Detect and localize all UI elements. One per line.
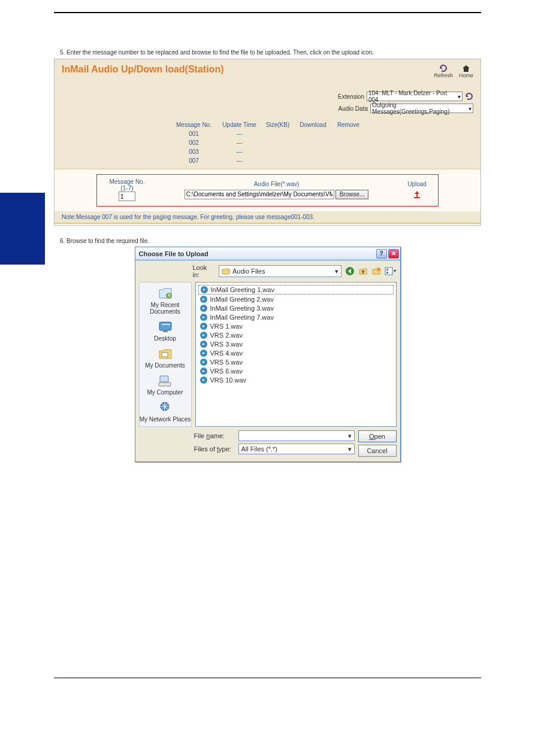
- svg-rect-9: [162, 353, 168, 357]
- file-item[interactable]: VRS 3.wav: [198, 340, 394, 348]
- svg-rect-0: [414, 197, 420, 198]
- row-size: [263, 130, 293, 137]
- row-remove: [334, 157, 364, 164]
- row-remove: [334, 139, 364, 146]
- close-button[interactable]: ✕: [388, 249, 399, 259]
- place-label: My Computer: [147, 389, 183, 396]
- network-icon: [156, 400, 173, 415]
- file-item[interactable]: InMail Greeting 3.wav: [198, 304, 394, 312]
- file-name: VRS 5.wav: [210, 359, 243, 366]
- refresh-small-icon[interactable]: [465, 92, 473, 101]
- message-row: 007 ---: [55, 156, 480, 169]
- col-size: Size(KB): [263, 122, 293, 128]
- audio-file-icon: [200, 349, 208, 357]
- extension-dropdown[interactable]: 104: MLT - Mark Delzer - Port 004 ▾: [367, 92, 463, 101]
- message-row: 002 ---: [55, 138, 480, 147]
- row-download: [295, 139, 331, 146]
- file-type-label: Files of type:: [194, 445, 235, 453]
- row-download: [295, 157, 331, 164]
- look-in-dropdown[interactable]: Audio Files ▾: [219, 265, 341, 277]
- svg-rect-8: [163, 330, 168, 332]
- home-button[interactable]: Home: [459, 64, 473, 78]
- audio-file-icon: [200, 331, 208, 339]
- look-in-label: Look in:: [193, 264, 215, 278]
- msg-no-label: Message No.: [110, 178, 145, 185]
- file-name: VRS 4.wav: [210, 350, 243, 357]
- place-mydocs[interactable]: My Documents: [145, 347, 185, 369]
- file-item[interactable]: InMail Greeting 7.wav: [198, 313, 394, 321]
- file-item[interactable]: VRS 6.wav: [198, 367, 394, 375]
- new-folder-icon[interactable]: [371, 266, 381, 276]
- file-type-dropdown[interactable]: All Files (*.*) ▾: [238, 444, 355, 454]
- row-download: [295, 130, 331, 137]
- file-item[interactable]: InMail Greeting 2.wav: [198, 295, 394, 303]
- msg-no-input[interactable]: [119, 192, 135, 201]
- extension-label: Extension: [338, 93, 364, 100]
- chevron-down-icon: ▾: [348, 432, 352, 440]
- home-icon: [461, 64, 471, 72]
- audio-file-icon: [200, 286, 208, 294]
- place-label: My Recent Documents: [140, 302, 191, 315]
- row-remove: [334, 130, 364, 137]
- panel-footer-rule: [55, 223, 480, 225]
- svg-point-2: [377, 268, 380, 271]
- views-icon[interactable]: [385, 266, 397, 276]
- place-desktop[interactable]: Desktop: [154, 320, 176, 342]
- audio-file-icon: [200, 313, 208, 321]
- upload-label: Upload: [407, 181, 427, 187]
- open-button[interactable]: Open: [358, 430, 397, 442]
- file-name: InMail Greeting 1.wav: [211, 286, 274, 293]
- svg-rect-3: [385, 268, 392, 275]
- row-msgno: 002: [172, 139, 216, 146]
- note-text: Note:Message 007 is used for the paging …: [55, 211, 480, 223]
- place-recent[interactable]: My Recent Documents: [140, 286, 191, 315]
- cancel-button[interactable]: Cancel: [358, 445, 397, 457]
- file-item[interactable]: InMail Greeting 1.wav: [198, 285, 394, 294]
- file-item[interactable]: VRS 5.wav: [198, 358, 394, 366]
- row-download: [295, 148, 331, 155]
- svg-rect-4: [386, 269, 388, 271]
- row-time: ---: [219, 148, 261, 155]
- file-dialog: Choose File to Upload ? ✕ Look in: Audio…: [135, 247, 401, 462]
- file-list[interactable]: InMail Greeting 1.wav InMail Greeting 2.…: [195, 282, 397, 427]
- row-time: ---: [219, 139, 261, 146]
- svg-rect-7: [159, 322, 171, 330]
- browse-button[interactable]: Browse...: [335, 190, 369, 199]
- svg-rect-5: [386, 272, 388, 274]
- file-item[interactable]: VRS 4.wav: [198, 349, 394, 357]
- upload-icon[interactable]: [412, 190, 422, 199]
- file-name-input[interactable]: ▾: [238, 430, 355, 441]
- inmail-title: InMail Audio Up/Down load(Station): [62, 64, 223, 75]
- file-name: InMail Greeting 3.wav: [210, 305, 274, 312]
- place-label: Desktop: [154, 335, 176, 342]
- file-name: VRS 10.wav: [210, 377, 247, 384]
- place-mycomputer[interactable]: My Computer: [147, 374, 183, 396]
- computer-icon: [156, 374, 173, 388]
- file-item[interactable]: VRS 10.wav: [198, 376, 394, 384]
- row-msgno: 001: [172, 130, 216, 137]
- file-item[interactable]: VRS 1.wav: [198, 322, 394, 330]
- file-name: VRS 1.wav: [210, 323, 243, 330]
- row-size: [263, 139, 293, 146]
- file-path-input[interactable]: [185, 190, 334, 199]
- file-item[interactable]: VRS 2.wav: [198, 331, 394, 339]
- inmail-panel: InMail Audio Up/Down load(Station) Refre…: [54, 59, 481, 226]
- col-remove: Remove: [334, 122, 364, 128]
- audio-file-icon: [200, 304, 208, 312]
- audio-data-dropdown[interactable]: Outgoing Messages(Greetings,Paging) ▾: [370, 104, 473, 113]
- step-6-text: 6. Browse to find the required file.: [54, 238, 481, 244]
- up-folder-icon[interactable]: [358, 266, 368, 276]
- row-msgno: 007: [172, 157, 216, 164]
- file-type-value: All Files (*.*): [241, 445, 278, 453]
- refresh-button[interactable]: Refresh: [434, 64, 453, 78]
- help-button[interactable]: ?: [376, 249, 387, 259]
- place-label: My Documents: [145, 362, 185, 369]
- desktop-icon: [157, 320, 174, 334]
- place-network[interactable]: My Network Places: [140, 400, 191, 423]
- back-icon[interactable]: [345, 266, 355, 276]
- extension-value: 104: MLT - Mark Delzer - Port 004: [368, 90, 458, 103]
- upload-panel: Message No. (1-7) Audio File(*.wav) Brow…: [96, 174, 439, 207]
- row-time: ---: [219, 130, 261, 137]
- audio-data-label: Audio Data: [338, 105, 368, 112]
- chevron-down-icon: ▾: [335, 268, 338, 275]
